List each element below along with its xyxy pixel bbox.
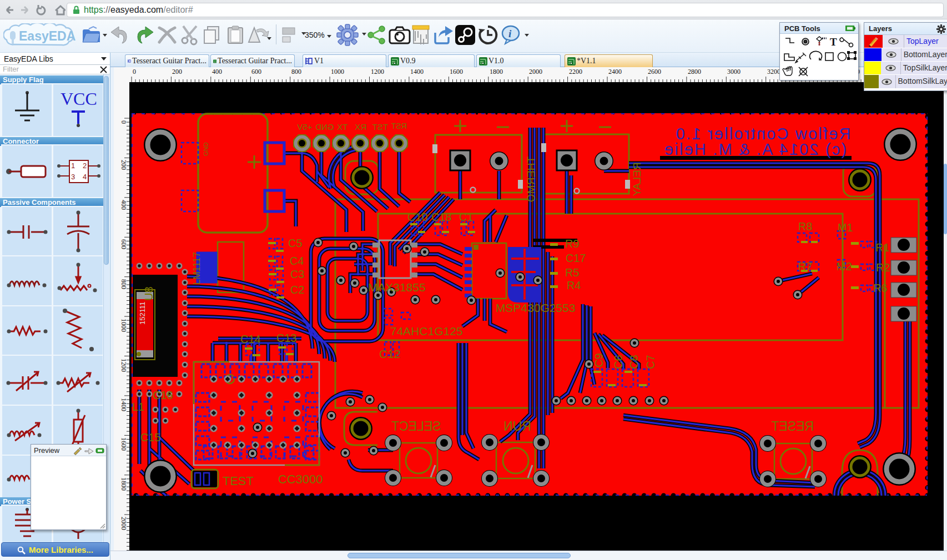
svg-text:C1: C1 bbox=[459, 211, 474, 223]
svg-text:M2: M2 bbox=[837, 260, 852, 273]
svg-text:GND: GND bbox=[315, 122, 334, 132]
svg-text:GND: GND bbox=[203, 143, 209, 157]
svg-text:C13: C13 bbox=[276, 332, 297, 344]
svg-text:L1: L1 bbox=[132, 401, 144, 413]
svg-text:600: 600 bbox=[251, 68, 261, 75]
svg-text:3000: 3000 bbox=[727, 68, 741, 75]
svg-text:C10: C10 bbox=[407, 211, 428, 223]
svg-text:RX: RX bbox=[355, 122, 367, 132]
svg-text:R6: R6 bbox=[873, 282, 888, 294]
svg-text:2: 2 bbox=[83, 162, 87, 170]
svg-text:400: 400 bbox=[120, 200, 128, 210]
svg-text:600: 600 bbox=[120, 239, 128, 249]
svg-text:i: i bbox=[508, 28, 512, 39]
svg-text:TEST: TEST bbox=[223, 474, 254, 488]
svg-text:VCC: VCC bbox=[61, 89, 97, 109]
svg-text:1000: 1000 bbox=[331, 68, 344, 75]
svg-text:2800: 2800 bbox=[688, 68, 701, 75]
svg-text:TX: TX bbox=[337, 122, 347, 132]
svg-text:RST: RST bbox=[391, 122, 407, 130]
svg-text:200: 200 bbox=[172, 68, 182, 75]
svg-text:SELECT: SELECT bbox=[391, 419, 441, 433]
svg-text:CC3000: CC3000 bbox=[278, 472, 323, 486]
svg-text:C18: C18 bbox=[431, 211, 452, 223]
svg-text:74AHC1G125: 74AHC1G125 bbox=[390, 325, 463, 337]
svg-text:C15: C15 bbox=[140, 431, 161, 443]
svg-text:1200: 1200 bbox=[120, 359, 128, 372]
svg-text:R5: R5 bbox=[565, 266, 580, 279]
svg-text:+5V: +5V bbox=[297, 122, 312, 132]
svg-text:2200: 2200 bbox=[569, 68, 582, 75]
svg-text:200: 200 bbox=[120, 160, 128, 170]
svg-text:1200: 1200 bbox=[371, 68, 384, 75]
svg-text:800: 800 bbox=[120, 279, 128, 289]
svg-text:C7: C7 bbox=[644, 355, 657, 369]
svg-text:TST: TST bbox=[372, 122, 388, 132]
svg-text:RESET: RESET bbox=[772, 419, 814, 433]
svg-text:RELAY: RELAY bbox=[631, 163, 643, 196]
svg-text:C5: C5 bbox=[288, 237, 303, 249]
svg-text:R7: R7 bbox=[798, 260, 813, 273]
svg-text:1: 1 bbox=[71, 162, 75, 170]
svg-text:T: T bbox=[830, 36, 837, 48]
svg-text:800: 800 bbox=[291, 68, 301, 75]
svg-text:U8: U8 bbox=[143, 286, 155, 301]
svg-text:3200: 3200 bbox=[767, 68, 780, 75]
svg-text:0: 0 bbox=[120, 120, 128, 124]
svg-text:1000: 1000 bbox=[120, 319, 128, 332]
svg-text:M1: M1 bbox=[838, 221, 853, 234]
svg-text:C8: C8 bbox=[628, 355, 640, 369]
svg-text:C3: C3 bbox=[290, 268, 305, 280]
svg-text:400: 400 bbox=[212, 68, 222, 75]
svg-text:C2: C2 bbox=[290, 284, 305, 296]
svg-text:1600: 1600 bbox=[450, 68, 463, 75]
svg-text:C14: C14 bbox=[240, 333, 261, 345]
svg-text:RUN: RUN bbox=[503, 419, 531, 433]
svg-text:R1: R1 bbox=[875, 241, 890, 254]
svg-text:1600: 1600 bbox=[120, 437, 128, 451]
svg-text:2400: 2400 bbox=[608, 68, 622, 75]
svg-text:2000: 2000 bbox=[120, 517, 128, 530]
svg-text:1400: 1400 bbox=[410, 68, 424, 75]
svg-text:(c) 2014 A. & M. Helie: (c) 2014 A. & M. Helie bbox=[663, 140, 847, 158]
svg-text:EasyEDA: EasyEDA bbox=[19, 29, 75, 43]
svg-text:C17: C17 bbox=[566, 252, 586, 264]
svg-text:C16: C16 bbox=[153, 389, 173, 401]
svg-text:1800: 1800 bbox=[490, 68, 503, 75]
svg-text:C4: C4 bbox=[290, 255, 304, 267]
svg-text:MSP430G2553: MSP430G2553 bbox=[496, 301, 576, 314]
svg-text:2600: 2600 bbox=[648, 68, 661, 75]
svg-text:MAX31855: MAX31855 bbox=[368, 281, 426, 294]
svg-text:1400: 1400 bbox=[120, 398, 128, 411]
svg-text:C6: C6 bbox=[612, 355, 624, 369]
svg-text:0: 0 bbox=[133, 68, 136, 75]
svg-text:R9: R9 bbox=[565, 238, 580, 250]
svg-text:R8: R8 bbox=[798, 220, 813, 233]
svg-text:152111: 152111 bbox=[138, 302, 147, 325]
svg-text:4: 4 bbox=[83, 173, 87, 181]
svg-text:THERMO: THERMO bbox=[525, 157, 537, 202]
svg-text:R2: R2 bbox=[876, 261, 890, 274]
svg-text:C9: C9 bbox=[593, 353, 605, 367]
svg-text:LM1117: LM1117 bbox=[192, 252, 202, 285]
svg-text:1800: 1800 bbox=[120, 477, 128, 491]
svg-text:2000: 2000 bbox=[529, 68, 542, 75]
svg-text:3: 3 bbox=[71, 173, 75, 181]
svg-text:R4: R4 bbox=[567, 279, 581, 291]
svg-text:C12: C12 bbox=[379, 347, 401, 360]
